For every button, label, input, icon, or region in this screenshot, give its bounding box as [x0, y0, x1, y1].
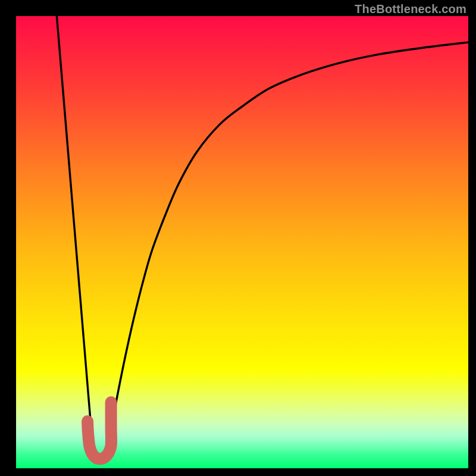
plot-area: [16, 16, 468, 468]
curve-right-branch: [107, 42, 468, 455]
curve-left-branch: [57, 16, 93, 450]
accent-dot: [82, 416, 93, 427]
watermark-text: TheBottleneck.com: [355, 2, 466, 16]
chart-frame: TheBottleneck.com: [0, 0, 476, 476]
curves-svg: [16, 16, 468, 468]
accent-j-mark: [87, 402, 111, 459]
